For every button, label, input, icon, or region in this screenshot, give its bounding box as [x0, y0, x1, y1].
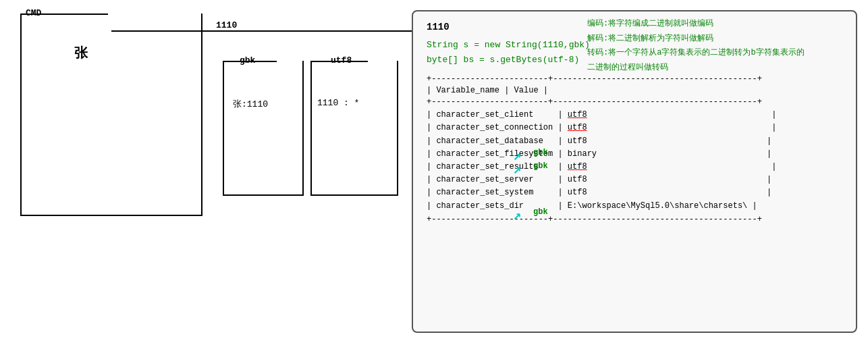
gbk-results-label: gbk [533, 207, 548, 217]
gbk-connection-label: gbk [533, 161, 548, 171]
separator3: +------------------------+--------------… [427, 215, 842, 224]
row-value-underline: utf8 [568, 123, 587, 132]
arrow-connection-icon: ↗ [513, 161, 521, 178]
utf8-content: 1110 : * [317, 98, 359, 108]
table-row: | character_set_filesystem | binary | [427, 148, 842, 161]
gbk-client-label: gbk [533, 148, 548, 157]
row-value-underline: utf8 [568, 162, 587, 172]
annotation-line4: 二进制的过程叫做转码 [587, 61, 850, 76]
row-name: character_set_connection [436, 123, 553, 132]
annotation-line1: 编码:将字符编成二进制就叫做编码 [587, 17, 850, 32]
row-name: character_set_system [436, 188, 553, 197]
table-row: | character_sets_dir | E:\workspace\MySq… [427, 200, 842, 213]
separator2: +------------------------+--------------… [427, 97, 842, 107]
gbk-box [223, 61, 304, 196]
row-value-underline: utf8 [568, 110, 587, 120]
table-row: | character_set_database | utf8 | [427, 135, 842, 148]
table-row: | character_set_results | utf8 | [427, 161, 842, 174]
separator1: +------------------------+--------------… [427, 74, 842, 84]
row-name: character_set_database [436, 136, 553, 146]
table-header: | Variable_name | Value | [427, 86, 842, 95]
annotation-line2: 解码:将二进制解析为字符叫做解码 [587, 32, 850, 47]
table-row: | character_set_system | utf8 | [427, 186, 842, 199]
annotation-panel: 编码:将字符编成二进制就叫做编码 解码:将二进制解析为字符叫做解码 转码:将一个… [587, 17, 850, 75]
arrow-line [111, 30, 422, 32]
table-row: | character_set_server | utf8 | [427, 174, 842, 186]
table-row: | character_set_connection | utf8 | [427, 122, 842, 134]
cmd-character: 张 [74, 44, 88, 62]
arrow-results-icon: ↗ [513, 207, 521, 223]
utf8-box [310, 61, 398, 196]
gbk-content: 张:1110 [233, 98, 268, 110]
cmd-box [20, 14, 202, 216]
row-name: character_set_server [436, 175, 553, 184]
arrow-label: 1110 [216, 20, 237, 30]
row-name: character_set_client [436, 110, 553, 120]
table-row: | character_set_client | utf8 | [427, 109, 842, 122]
annotation-line3: 转码:将一个字符从a字符集表示的二进制转为b字符集表示的 [587, 46, 850, 61]
